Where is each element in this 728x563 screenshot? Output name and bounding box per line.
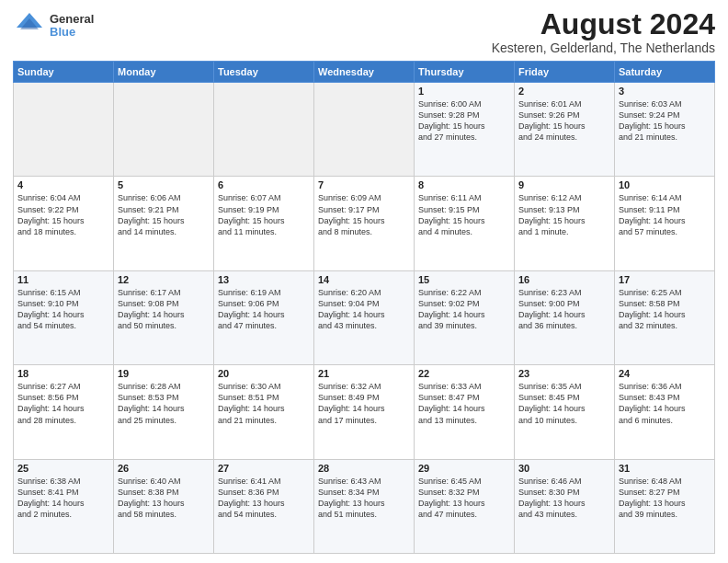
- day-info: Sunrise: 6:35 AM Sunset: 8:45 PM Dayligh…: [518, 381, 610, 426]
- header-cell-saturday: Saturday: [615, 62, 715, 83]
- day-info: Sunrise: 6:20 AM Sunset: 9:04 PM Dayligh…: [318, 287, 410, 332]
- day-info: Sunrise: 6:46 AM Sunset: 8:30 PM Dayligh…: [518, 476, 610, 521]
- calendar-cell: 11Sunrise: 6:15 AM Sunset: 9:10 PM Dayli…: [14, 270, 114, 364]
- day-info: Sunrise: 6:38 AM Sunset: 8:41 PM Dayligh…: [17, 476, 109, 521]
- calendar-body: 1Sunrise: 6:00 AM Sunset: 9:28 PM Daylig…: [14, 83, 715, 554]
- day-info: Sunrise: 6:33 AM Sunset: 8:47 PM Dayligh…: [418, 381, 510, 426]
- day-info: Sunrise: 6:07 AM Sunset: 9:19 PM Dayligh…: [218, 192, 310, 237]
- calendar-cell: 3Sunrise: 6:03 AM Sunset: 9:24 PM Daylig…: [615, 83, 715, 177]
- day-number: 21: [318, 368, 410, 379]
- calendar-cell: 28Sunrise: 6:43 AM Sunset: 8:34 PM Dayli…: [314, 459, 415, 553]
- page: General Blue August 2024 Kesteren, Gelde…: [0, 0, 728, 563]
- day-info: Sunrise: 6:32 AM Sunset: 8:49 PM Dayligh…: [318, 381, 410, 426]
- day-info: Sunrise: 6:23 AM Sunset: 9:00 PM Dayligh…: [518, 287, 610, 332]
- header-cell-friday: Friday: [515, 62, 615, 83]
- calendar-cell: 17Sunrise: 6:25 AM Sunset: 8:58 PM Dayli…: [615, 270, 715, 364]
- day-number: 11: [17, 274, 109, 285]
- day-info: Sunrise: 6:03 AM Sunset: 9:24 PM Dayligh…: [619, 98, 711, 144]
- day-info: Sunrise: 6:15 AM Sunset: 9:10 PM Dayligh…: [17, 287, 109, 332]
- day-number: 5: [118, 179, 210, 190]
- day-number: 1: [418, 86, 510, 97]
- header-cell-wednesday: Wednesday: [314, 62, 415, 83]
- day-number: 10: [619, 179, 711, 190]
- day-info: Sunrise: 6:14 AM Sunset: 9:11 PM Dayligh…: [619, 192, 711, 237]
- week-row-1: 4Sunrise: 6:04 AM Sunset: 9:22 PM Daylig…: [14, 177, 715, 270]
- day-info: Sunrise: 6:11 AM Sunset: 9:15 PM Dayligh…: [418, 192, 510, 237]
- day-number: 28: [318, 463, 410, 474]
- day-info: Sunrise: 6:30 AM Sunset: 8:51 PM Dayligh…: [218, 381, 310, 426]
- day-info: Sunrise: 6:40 AM Sunset: 8:38 PM Dayligh…: [118, 476, 210, 521]
- calendar-cell: 4Sunrise: 6:04 AM Sunset: 9:22 PM Daylig…: [14, 177, 114, 270]
- day-info: Sunrise: 6:28 AM Sunset: 8:53 PM Dayligh…: [118, 381, 210, 426]
- day-info: Sunrise: 6:43 AM Sunset: 8:34 PM Dayligh…: [318, 476, 410, 521]
- day-number: 7: [318, 179, 410, 190]
- calendar-cell: 18Sunrise: 6:27 AM Sunset: 8:56 PM Dayli…: [14, 365, 114, 459]
- calendar-header: SundayMondayTuesdayWednesdayThursdayFrid…: [14, 62, 715, 83]
- calendar-cell: 24Sunrise: 6:36 AM Sunset: 8:43 PM Dayli…: [615, 365, 715, 459]
- day-number: 13: [218, 274, 310, 285]
- calendar-cell: 15Sunrise: 6:22 AM Sunset: 9:02 PM Dayli…: [415, 270, 515, 364]
- day-number: 4: [17, 179, 109, 190]
- logo: General Blue: [13, 9, 94, 42]
- day-number: 20: [218, 368, 310, 379]
- day-number: 15: [418, 274, 510, 285]
- title-block: August 2024 Kesteren, Gelderland, The Ne…: [492, 9, 715, 55]
- day-number: 18: [17, 368, 109, 379]
- calendar-cell: 19Sunrise: 6:28 AM Sunset: 8:53 PM Dayli…: [114, 365, 214, 459]
- day-number: 3: [619, 86, 711, 97]
- day-info: Sunrise: 6:22 AM Sunset: 9:02 PM Dayligh…: [418, 287, 510, 332]
- week-row-3: 18Sunrise: 6:27 AM Sunset: 8:56 PM Dayli…: [14, 365, 715, 459]
- week-row-0: 1Sunrise: 6:00 AM Sunset: 9:28 PM Daylig…: [14, 83, 715, 177]
- header-cell-monday: Monday: [114, 62, 214, 83]
- calendar-cell: 10Sunrise: 6:14 AM Sunset: 9:11 PM Dayli…: [615, 177, 715, 270]
- calendar-cell: 13Sunrise: 6:19 AM Sunset: 9:06 PM Dayli…: [214, 270, 314, 364]
- day-number: 17: [619, 274, 711, 285]
- calendar-cell: 9Sunrise: 6:12 AM Sunset: 9:13 PM Daylig…: [515, 177, 615, 270]
- day-number: 14: [318, 274, 410, 285]
- calendar-title: August 2024: [492, 9, 715, 39]
- day-info: Sunrise: 6:00 AM Sunset: 9:28 PM Dayligh…: [418, 98, 510, 144]
- day-info: Sunrise: 6:17 AM Sunset: 9:08 PM Dayligh…: [118, 287, 210, 332]
- day-number: 2: [518, 86, 610, 97]
- calendar-cell: 1Sunrise: 6:00 AM Sunset: 9:28 PM Daylig…: [415, 83, 515, 177]
- day-number: 8: [418, 179, 510, 190]
- day-number: 9: [518, 179, 610, 190]
- day-info: Sunrise: 6:27 AM Sunset: 8:56 PM Dayligh…: [17, 381, 109, 426]
- calendar-cell: 23Sunrise: 6:35 AM Sunset: 8:45 PM Dayli…: [515, 365, 615, 459]
- logo-line2: Blue: [50, 26, 94, 39]
- day-info: Sunrise: 6:04 AM Sunset: 9:22 PM Dayligh…: [17, 192, 109, 237]
- calendar-cell: 7Sunrise: 6:09 AM Sunset: 9:17 PM Daylig…: [314, 177, 415, 270]
- calendar-cell: 16Sunrise: 6:23 AM Sunset: 9:00 PM Dayli…: [515, 270, 615, 364]
- day-number: 31: [619, 463, 711, 474]
- calendar-cell: 12Sunrise: 6:17 AM Sunset: 9:08 PM Dayli…: [114, 270, 214, 364]
- logo-icon: [13, 9, 46, 42]
- week-row-2: 11Sunrise: 6:15 AM Sunset: 9:10 PM Dayli…: [14, 270, 715, 364]
- calendar-cell: 8Sunrise: 6:11 AM Sunset: 9:15 PM Daylig…: [415, 177, 515, 270]
- logo-text: General Blue: [50, 13, 94, 40]
- header-cell-thursday: Thursday: [415, 62, 515, 83]
- day-number: 25: [17, 463, 109, 474]
- calendar-cell: 2Sunrise: 6:01 AM Sunset: 9:26 PM Daylig…: [515, 83, 615, 177]
- day-number: 16: [518, 274, 610, 285]
- calendar-cell: 5Sunrise: 6:06 AM Sunset: 9:21 PM Daylig…: [114, 177, 214, 270]
- logo-line1: General: [50, 13, 94, 26]
- day-info: Sunrise: 6:12 AM Sunset: 9:13 PM Dayligh…: [518, 192, 610, 237]
- day-number: 24: [619, 368, 711, 379]
- calendar-cell: 25Sunrise: 6:38 AM Sunset: 8:41 PM Dayli…: [14, 459, 114, 553]
- day-info: Sunrise: 6:25 AM Sunset: 8:58 PM Dayligh…: [619, 287, 711, 332]
- day-number: 23: [518, 368, 610, 379]
- day-number: 27: [218, 463, 310, 474]
- day-info: Sunrise: 6:41 AM Sunset: 8:36 PM Dayligh…: [218, 476, 310, 521]
- calendar-cell: 26Sunrise: 6:40 AM Sunset: 8:38 PM Dayli…: [114, 459, 214, 553]
- day-number: 19: [118, 368, 210, 379]
- header-cell-sunday: Sunday: [14, 62, 114, 83]
- week-row-4: 25Sunrise: 6:38 AM Sunset: 8:41 PM Dayli…: [14, 459, 715, 553]
- calendar-cell: 21Sunrise: 6:32 AM Sunset: 8:49 PM Dayli…: [314, 365, 415, 459]
- calendar-cell: 20Sunrise: 6:30 AM Sunset: 8:51 PM Dayli…: [214, 365, 314, 459]
- calendar-cell: [114, 83, 214, 177]
- day-info: Sunrise: 6:06 AM Sunset: 9:21 PM Dayligh…: [118, 192, 210, 237]
- day-number: 6: [218, 179, 310, 190]
- calendar-subtitle: Kesteren, Gelderland, The Netherlands: [492, 40, 715, 55]
- header-row: SundayMondayTuesdayWednesdayThursdayFrid…: [14, 62, 715, 83]
- day-number: 29: [418, 463, 510, 474]
